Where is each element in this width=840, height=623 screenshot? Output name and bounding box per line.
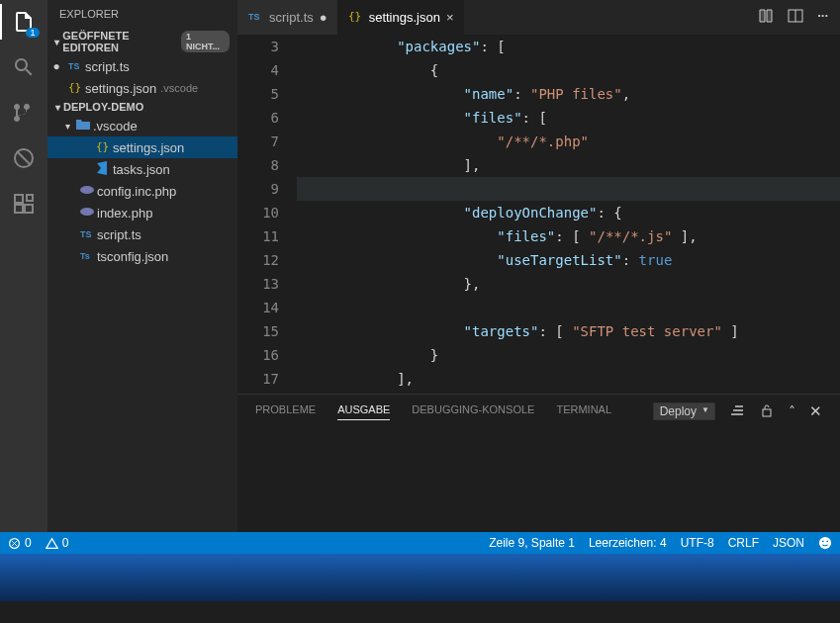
line-number: 12 xyxy=(237,248,279,272)
scm-icon[interactable] xyxy=(10,99,38,127)
tree-label: index.php xyxy=(97,206,152,221)
code-line[interactable]: { xyxy=(297,58,840,82)
php-icon xyxy=(77,204,97,222)
more-icon[interactable]: ··· xyxy=(817,8,828,27)
explorer-icon[interactable]: 1 xyxy=(10,8,38,36)
tree-label: script.ts xyxy=(97,227,141,242)
search-icon[interactable] xyxy=(10,53,38,81)
tab-terminal[interactable]: TERMINAL xyxy=(556,403,611,419)
file-tasks-json[interactable]: tasks.json xyxy=(47,158,237,180)
line-number: 5 xyxy=(237,82,279,106)
file-settings-json[interactable]: {} settings.json xyxy=(47,136,237,158)
code-line[interactable]: }, xyxy=(297,272,840,296)
explorer-badge: 1 xyxy=(26,28,40,38)
line-number: 15 xyxy=(237,319,279,343)
line-number: 3 xyxy=(237,35,279,58)
windows-taskbar[interactable] xyxy=(0,554,840,601)
line-number: 13 xyxy=(237,272,279,296)
svg-point-4 xyxy=(80,186,94,194)
code-line[interactable]: "deployOnChange": { xyxy=(297,201,840,224)
open-editors-header[interactable]: ▾ GEÖFFNETE EDITOREN 1 NICHT... xyxy=(47,28,237,55)
output-channel-dropdown[interactable]: Deploy xyxy=(653,402,715,420)
code-line[interactable]: ], xyxy=(297,153,840,177)
code-line[interactable]: "files": [ xyxy=(297,106,840,130)
tab-output[interactable]: AUSGABE xyxy=(337,403,390,420)
dirty-dot-icon[interactable]: ● xyxy=(47,59,65,73)
code-line[interactable]: "useTargetList": true xyxy=(297,248,840,272)
code-line[interactable]: "name": "PHP files", xyxy=(297,82,840,106)
dirty-dot-icon: ● xyxy=(320,10,327,25)
tree-label: settings.json xyxy=(113,140,184,155)
editor-tabs: TS script.ts ●{} settings.json × ··· xyxy=(237,0,840,35)
language-mode[interactable]: JSON xyxy=(773,536,804,550)
workspace-label: DEPLOY-DEMO xyxy=(63,101,143,113)
folder-vscode[interactable]: ▾ .vscode xyxy=(47,115,237,136)
file-icon: TS xyxy=(65,57,85,76)
encoding[interactable]: UTF-8 xyxy=(681,536,714,550)
editor-label: settings.json xyxy=(85,81,156,96)
status-bar: 0 0 Zeile 9, Spalte 1 Leerzeichen: 4 UTF… xyxy=(0,532,840,554)
code-line[interactable] xyxy=(297,177,840,201)
folder-icon xyxy=(73,117,93,135)
svg-text:Ts: Ts xyxy=(80,251,90,261)
extensions-icon[interactable] xyxy=(10,190,38,218)
code-line[interactable]: "targets": [ "SFTP test server" ] xyxy=(297,319,840,343)
indentation[interactable]: Leerzeichen: 4 xyxy=(589,536,667,550)
clear-output-icon[interactable] xyxy=(729,402,745,420)
unsaved-badge: 1 NICHT... xyxy=(181,31,230,52)
bottom-panel: PROBLEME AUSGABE DEBUGGING-KONSOLE TERMI… xyxy=(237,394,840,532)
errors-item[interactable]: 0 xyxy=(8,536,32,550)
editor-meta: .vscode xyxy=(160,82,198,94)
tab-problems[interactable]: PROBLEME xyxy=(255,403,316,419)
tree-label: .vscode xyxy=(93,119,138,134)
feedback-icon[interactable] xyxy=(818,536,832,550)
open-editor-item[interactable]: ● TS script.ts xyxy=(47,55,237,77)
sidebar-title: EXPLORER xyxy=(47,0,237,28)
line-number: 11 xyxy=(237,224,279,248)
chevron-down-icon: ▾ xyxy=(51,37,62,47)
svg-point-17 xyxy=(826,540,828,542)
lock-scroll-icon[interactable] xyxy=(759,402,775,420)
errors-count: 0 xyxy=(25,536,32,550)
line-number: 16 xyxy=(237,343,279,367)
compare-icon[interactable] xyxy=(758,8,774,27)
code-line[interactable]: "files": [ "/**/*.js" ], xyxy=(297,224,840,248)
file-icon: {} xyxy=(65,79,85,98)
close-panel-icon[interactable]: ✕ xyxy=(809,402,822,420)
file-script-ts[interactable]: TS script.ts xyxy=(47,223,237,245)
code-line[interactable]: "/**/*.php" xyxy=(297,130,840,153)
editor-tab[interactable]: TS script.ts ● xyxy=(237,0,337,35)
svg-text:TS: TS xyxy=(80,229,92,239)
cursor-position[interactable]: Zeile 9, Spalte 1 xyxy=(489,536,575,550)
json-icon: {} xyxy=(93,138,113,157)
open-editor-item[interactable]: {} settings.json .vscode xyxy=(47,77,237,99)
file-index-php[interactable]: index.php xyxy=(47,202,237,223)
file-tsconfig-json[interactable]: Ts tsconfig.json xyxy=(47,245,237,267)
split-icon[interactable] xyxy=(788,8,803,27)
eol[interactable]: CRLF xyxy=(728,536,759,550)
php-icon xyxy=(77,182,97,201)
chevron-down-icon: ▾ xyxy=(61,121,73,132)
editor-tab[interactable]: {} settings.json × xyxy=(337,0,464,35)
workspace-header[interactable]: ▾ DEPLOY-DEMO xyxy=(47,99,237,115)
tab-debug-console[interactable]: DEBUGGING-KONSOLE xyxy=(412,403,534,419)
code-line[interactable]: "packages": [ xyxy=(297,35,840,58)
code-line[interactable] xyxy=(297,296,840,319)
line-number: 7 xyxy=(237,130,279,153)
file-config-php[interactable]: config.inc.php xyxy=(47,180,237,202)
svg-text:TS: TS xyxy=(68,61,80,71)
debug-icon[interactable] xyxy=(10,144,38,172)
svg-text:{}: {} xyxy=(348,10,361,23)
code-line[interactable]: } xyxy=(297,343,840,367)
chevron-up-icon[interactable]: ˄ xyxy=(789,403,795,419)
editor-label: script.ts xyxy=(85,59,130,74)
line-number: 14 xyxy=(237,296,279,319)
tab-label: script.ts xyxy=(269,10,314,25)
tab-label: settings.json xyxy=(369,10,440,25)
warnings-item[interactable]: 0 xyxy=(46,536,69,550)
chevron-down-icon: ▾ xyxy=(51,102,63,113)
file-icon: {} xyxy=(347,8,363,27)
close-tab-icon[interactable]: × xyxy=(446,10,454,25)
code-editor[interactable]: 345678910111213141516171819 "packages": … xyxy=(237,35,840,394)
code-line[interactable]: ], xyxy=(297,367,840,391)
